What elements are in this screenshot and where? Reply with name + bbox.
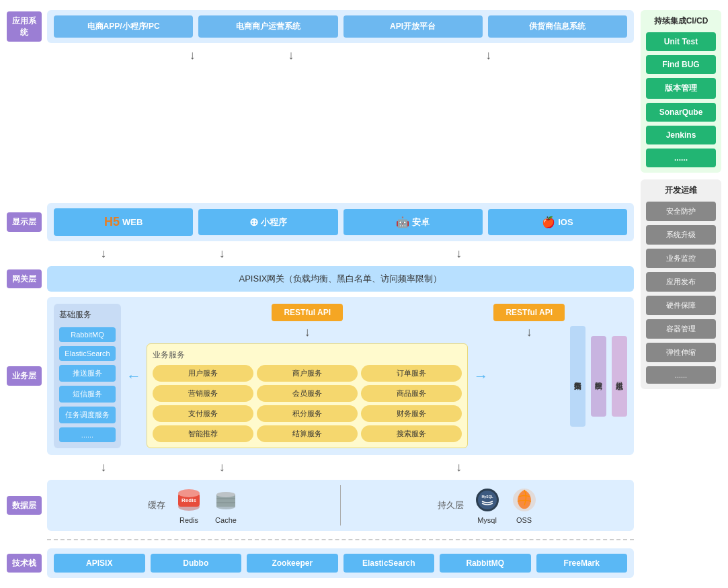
sonarqube-btn[interactable]: SonarQube [646,103,716,122]
tech-layer-row: 技术栈 APISIX Dubbo Zookeeper ElasticSearch… [7,548,634,578]
data-divider [340,485,341,526]
svg-text:MySQL: MySQL [481,495,493,499]
android-label: 安卓 [412,216,430,228]
find-bug-btn[interactable]: Find BUG [646,55,716,74]
h5-icon: H5 [104,215,120,229]
display-layer-row: 显示层 H5 WEB ⊕ 小程序 🤖 安卓 [7,203,634,241]
tech-zookeeper: Zookeeper [247,554,338,573]
arrow-5: ↓ [442,48,535,198]
container-btn[interactable]: 容器管理 [646,319,716,339]
biz-item-9: 智能推荐 [153,425,253,442]
upgrade-btn[interactable]: 系统升级 [646,225,716,245]
app-layer-label: 应用系统 [7,11,42,42]
spacer1 [284,247,397,261]
cache-item: Cache [212,487,239,524]
data-layer-row: 数据层 缓存 Redis [7,480,634,531]
left-arrow-icon: ← [126,368,141,385]
tech-layer-label: 技术栈 [7,554,42,573]
arrow-6 [540,48,634,198]
biz-item-7: 积分服务 [257,405,358,422]
elasticsearch-btn[interactable]: ElasticSearch [59,346,116,361]
task-service-btn[interactable]: 任务调度服务 [59,407,116,423]
redis-item: Redis Redis [175,487,202,524]
arrow-to-gateway: ↓ ↓ ↓ [7,247,634,261]
spacer4 [521,460,634,474]
version-mgmt-btn[interactable]: 版本管理 [646,78,716,99]
display-ios: 🍎 IOS [488,209,627,235]
biz-item-3: 营销服务 [153,385,253,402]
devops-more-btn[interactable]: ...... [646,366,716,384]
down-arrow-gateway: ↓ [47,247,160,261]
apple-icon: 🍎 [542,216,555,228]
rabbitmq-btn[interactable]: RabbitMQ [59,327,116,342]
spacer3 [284,460,397,474]
app-item-1: 电商商户运营系统 [198,15,337,38]
biz-item-8: 财务服务 [361,405,462,422]
tech-apisix: APISIX [54,554,145,573]
persist-label: 持久层 [438,499,464,511]
api-section-1: RESTful API ↓ 业务服务 用户服务 商户服务 订单服务 营销服务 会… [147,304,468,448]
biz-item-10: 结算服务 [257,425,358,442]
down-arrow-data1: ↓ [47,460,160,474]
gateway-content: APISIX网关（负载均衡、黑白名单、访问频率限制） [47,266,634,292]
business-content: 基础服务 RabbitMQ ElasticSearch 推送服务 短信服务 任务… [47,297,634,455]
syslog-col: 系统日志 [612,304,627,448]
restful-api-btn-1[interactable]: RESTful API [272,304,343,321]
biz-services-title: 业务服务 [153,349,462,361]
gateway-layer-row: 网关层 APISIX网关（负载均衡、黑白名单、访问频率限制） [7,266,634,292]
svg-point-2 [178,489,200,497]
persist-section: 持久层 MySQL Mysql [348,487,627,524]
arrow-to-data: ↓ ↓ ↓ [7,460,634,474]
arrow-4 [343,48,436,198]
unit-test-btn[interactable]: Unit Test [646,32,716,51]
right-arrow-container: → [473,304,488,448]
api-section-2: RESTful API ↓ [493,304,565,448]
business-layer-label: 业务层 [7,366,42,386]
deploy-btn[interactable]: 应用发布 [646,272,716,292]
redis-icon: Redis [175,487,202,513]
right-arrow-icon: → [473,368,488,385]
biz-grid: 用户服务 商户服务 订单服务 营销服务 会员服务 商品服务 支付服务 积分服务 … [153,365,462,442]
permission-col: 权限控制 [591,304,606,448]
jenkins-btn[interactable]: Jenkins [646,126,716,144]
down-arrow-gateway2: ↓ [165,247,278,261]
basic-services-title: 基础服务 [59,309,116,321]
left-arrow-container: ← [126,304,141,448]
biz-item-11: 搜索服务 [361,425,462,442]
arrow-row-1: ↓ ↓ ↓ [7,48,634,198]
miniapp-icon: ⊕ [249,216,258,228]
app-item-0: 电商APP/小程序/PC [54,15,193,38]
tech-rabbitmq: RabbitMQ [440,554,531,573]
restful-api-btn-2[interactable]: RESTful API [493,304,565,321]
arrow-3: ↓ [245,48,338,198]
display-android: 🤖 安卓 [343,209,483,235]
left-panel: 应用系统 电商APP/小程序/PC 电商商户运营系统 API开放平台 供货商信息… [7,10,634,578]
app-layer-content: 电商APP/小程序/PC 电商商户运营系统 API开放平台 供货商信息系统 [47,10,634,43]
hardware-btn[interactable]: 硬件保障 [646,296,716,315]
elastic-btn[interactable]: 弹性伸缩 [646,343,716,362]
cicd-panel: 持续集成CI/CD Unit Test Find BUG 版本管理 SonarQ… [641,10,721,173]
security-btn[interactable]: 安全防护 [646,202,716,221]
tech-elasticsearch: ElasticSearch [343,554,435,573]
permission-text: 权限控制 [591,336,606,417]
business-layer-row: 业务层 基础服务 RabbitMQ ElasticSearch 推送服务 短信服… [7,297,634,455]
sms-service-btn[interactable]: 短信服务 [59,386,116,403]
app-item-3: 供货商信息系统 [488,15,627,38]
more-services-btn[interactable]: ...... [59,427,116,442]
dashed-divider [47,539,634,540]
devops-title: 开发运维 [646,185,716,196]
monitor-btn[interactable]: 业务监控 [646,249,716,268]
spacer2 [521,247,634,261]
basic-services-panel: 基础服务 RabbitMQ ElasticSearch 推送服务 短信服务 任务… [54,304,121,448]
right-panel: 持续集成CI/CD Unit Test Find BUG 版本管理 SonarQ… [641,10,721,578]
cicd-more-btn[interactable]: ...... [646,149,716,167]
biz-item-4: 会员服务 [257,385,358,402]
devops-panel: 开发运维 安全防护 系统升级 业务监控 应用发布 硬件保障 容器管理 弹性伸缩 … [641,179,721,389]
push-service-btn[interactable]: 推送服务 [59,365,116,382]
app-layer-row: 应用系统 电商APP/小程序/PC 电商商户运营系统 API开放平台 供货商信息… [7,10,634,43]
android-icon: 🤖 [396,216,409,228]
mysql-label: Mysql [477,516,497,524]
miniapp-label: 小程序 [261,216,287,228]
oss-icon [511,487,538,513]
cache-label: 缓存 [148,499,165,511]
